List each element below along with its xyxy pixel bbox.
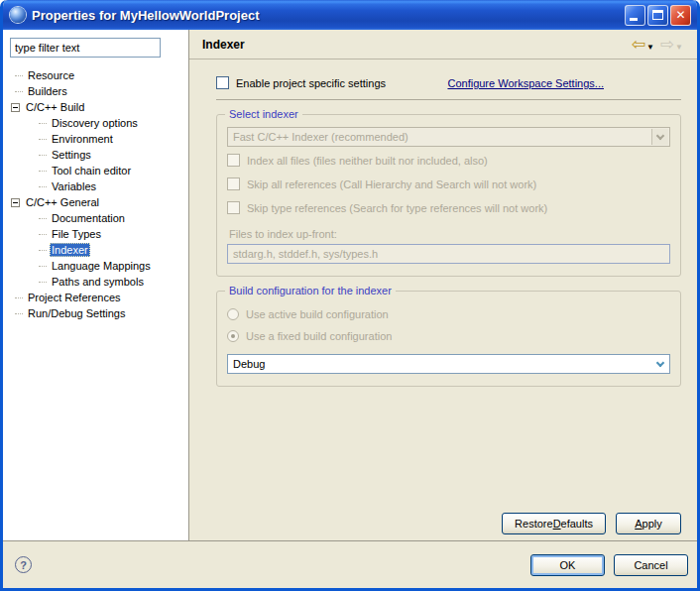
back-dropdown-icon[interactable]: ▼	[646, 43, 654, 52]
maximize-icon	[652, 10, 663, 20]
properties-tree: ResourceBuildersC/C++ BuildDiscovery opt…	[3, 67, 188, 321]
enable-project-settings-label: Enable project specific settings	[236, 77, 386, 89]
button-bar: ? OK Cancel	[3, 540, 697, 588]
select-indexer-group-title: Select indexer	[225, 108, 302, 120]
build-config-combo-value: Debug	[233, 358, 265, 370]
tree-item-c-c-general[interactable]: C/C++ General	[3, 194, 188, 210]
checkbox-label: Index all files (files neither built nor…	[247, 155, 488, 167]
tree-item-c-c-build[interactable]: C/C++ Build	[3, 99, 188, 115]
cancel-button[interactable]: Cancel	[614, 554, 688, 576]
tree-item-paths-and-symbols[interactable]: Paths and symbols	[3, 274, 188, 290]
tree-item-label[interactable]: C/C++ Build	[24, 100, 86, 114]
configure-workspace-settings-link[interactable]: Configure Workspace Settings...	[447, 77, 604, 89]
tree-item-label[interactable]: Indexer	[50, 243, 90, 257]
radio-use-active-build-configuration	[227, 308, 239, 320]
checkbox-skip-type-references-search-fo	[227, 201, 240, 214]
tree-item-project-references[interactable]: Project References	[3, 290, 188, 305]
tree-item-label[interactable]: Discovery options	[50, 116, 140, 130]
tree-item-documentation[interactable]: Documentation	[3, 210, 188, 226]
tree-connector	[15, 297, 23, 298]
tree-item-file-types[interactable]: File Types	[3, 226, 188, 242]
tree-item-label[interactable]: Settings	[50, 148, 93, 162]
tree-item-language-mappings[interactable]: Language Mappings	[3, 258, 188, 274]
radio-label: Use active build configuration	[246, 308, 389, 320]
tree-item-variables[interactable]: Variables	[3, 178, 188, 194]
tree-connector	[15, 91, 23, 92]
help-icon[interactable]: ?	[15, 556, 32, 573]
page-header: Indexer ⇦ ▼ ⇨ ▼	[189, 30, 697, 59]
ok-button[interactable]: OK	[530, 554, 605, 576]
tree-connector	[39, 155, 47, 156]
tree-connector	[39, 218, 47, 219]
tree-item-tool-chain-editor[interactable]: Tool chain editor	[3, 163, 188, 178]
build-config-group: Build configuration for the indexer Use …	[216, 291, 681, 387]
filter-input[interactable]	[10, 38, 161, 58]
tree-item-label[interactable]: Run/Debug Settings	[26, 306, 127, 320]
indexer-type-combo: Fast C/C++ Indexer (recommended)	[227, 127, 670, 147]
build-config-radio-list: Use active build configurationUse a fixe…	[227, 303, 670, 347]
tree-item-discovery-options[interactable]: Discovery options	[3, 115, 188, 131]
minimize-button[interactable]	[625, 5, 645, 26]
tree-connector	[39, 123, 47, 124]
forward-arrow-icon: ⇨	[660, 36, 674, 53]
tree-item-label[interactable]: Documentation	[50, 211, 127, 225]
tree-item-indexer[interactable]: Indexer	[3, 242, 188, 258]
tree-item-label[interactable]: Project References	[26, 291, 123, 304]
checkbox-skip-all-references-call-hiera	[227, 177, 240, 190]
forward-dropdown-icon: ▼	[675, 43, 683, 52]
close-button[interactable]: ✕	[670, 5, 691, 26]
minimize-icon	[630, 18, 638, 21]
tree-item-label[interactable]: File Types	[50, 227, 103, 241]
properties-sidebar: ResourceBuildersC/C++ BuildDiscovery opt…	[3, 30, 189, 540]
enable-project-settings-checkbox[interactable]	[216, 76, 229, 89]
tree-connector	[39, 266, 47, 267]
radio-use-a-fixed-build-configuration	[227, 330, 239, 342]
indexer-type-combo-value: Fast C/C++ Indexer (recommended)	[233, 131, 408, 143]
tree-connector	[15, 313, 23, 314]
indexer-page: Indexer ⇦ ▼ ⇨ ▼ Enable project specific …	[189, 30, 697, 540]
restore-defaults-button[interactable]: Restore Defaults	[502, 513, 606, 534]
back-arrow-icon[interactable]: ⇦	[632, 36, 645, 53]
select-indexer-group: Select indexer Fast C/C++ Indexer (recom…	[216, 114, 681, 277]
files-to-index-label: Files to index up-front:	[229, 228, 670, 240]
tree-item-label[interactable]: Variables	[50, 179, 98, 193]
header-separator	[216, 99, 681, 100]
files-to-index-input	[227, 244, 670, 264]
tree-connector	[39, 139, 47, 140]
tree-collapse-icon[interactable]	[11, 103, 20, 112]
page-title: Indexer	[202, 38, 628, 52]
title-bar: Properties for MyHellowWorldProject ✕	[3, 0, 697, 30]
tree-item-label[interactable]: Resource	[26, 68, 76, 82]
build-config-combo[interactable]: Debug	[227, 354, 670, 374]
indexer-options-list: Index all files (files neither built nor…	[227, 149, 670, 219]
radio-row-use-active-build-configuration: Use active build configuration	[227, 303, 670, 325]
tree-item-label[interactable]: Environment	[50, 132, 115, 146]
tree-connector	[39, 250, 47, 251]
build-config-group-title: Build configuration for the indexer	[225, 285, 396, 296]
tree-item-environment[interactable]: Environment	[3, 131, 188, 147]
checkbox-row-skip-all-references-call-hiera: Skip all references (Call Hierarchy and …	[227, 173, 670, 195]
chevron-down-icon[interactable]	[651, 356, 668, 372]
tree-item-label[interactable]: Language Mappings	[50, 259, 153, 273]
tree-item-builders[interactable]: Builders	[3, 83, 188, 99]
tree-item-run-debug-settings[interactable]: Run/Debug Settings	[3, 305, 188, 321]
tree-connector	[15, 75, 23, 76]
properties-dialog: Properties for MyHellowWorldProject ✕ Re…	[0, 0, 700, 591]
tree-item-label[interactable]: Tool chain editor	[50, 164, 133, 177]
tree-item-resource[interactable]: Resource	[3, 67, 188, 83]
tree-collapse-icon[interactable]	[11, 198, 20, 207]
tree-item-label[interactable]: Paths and symbols	[50, 275, 146, 289]
tree-item-label[interactable]: C/C++ General	[24, 195, 101, 209]
close-icon: ✕	[671, 6, 690, 25]
tree-connector	[39, 234, 47, 235]
tree-item-settings[interactable]: Settings	[3, 147, 188, 163]
tree-item-label[interactable]: Builders	[26, 84, 69, 98]
checkbox-index-all-files-files-neither-	[227, 154, 240, 167]
app-icon	[10, 7, 26, 23]
apply-button[interactable]: Apply	[616, 513, 681, 534]
checkbox-label: Skip type references (Search for type re…	[247, 202, 547, 214]
maximize-button[interactable]	[647, 5, 668, 26]
checkbox-row-index-all-files-files-neither-: Index all files (files neither built nor…	[227, 149, 670, 172]
radio-label: Use a fixed build configuration	[246, 330, 392, 342]
chevron-down-icon	[651, 129, 668, 145]
